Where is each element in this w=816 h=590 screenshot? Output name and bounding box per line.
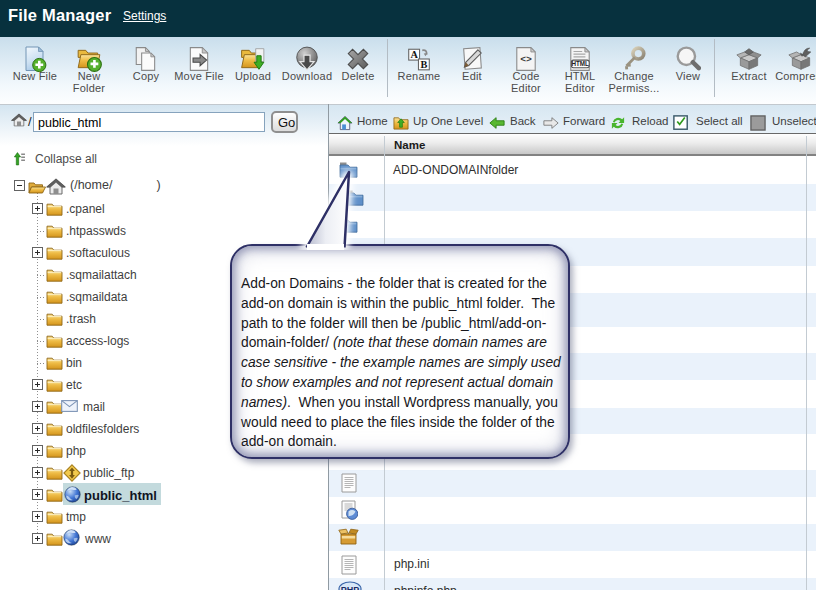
svg-text:A: A	[410, 49, 418, 60]
svg-text:B: B	[420, 59, 427, 70]
svg-text:<>: <>	[520, 54, 532, 65]
svg-text:PHP: PHP	[341, 585, 360, 590]
svg-text:HTML: HTML	[572, 60, 590, 67]
